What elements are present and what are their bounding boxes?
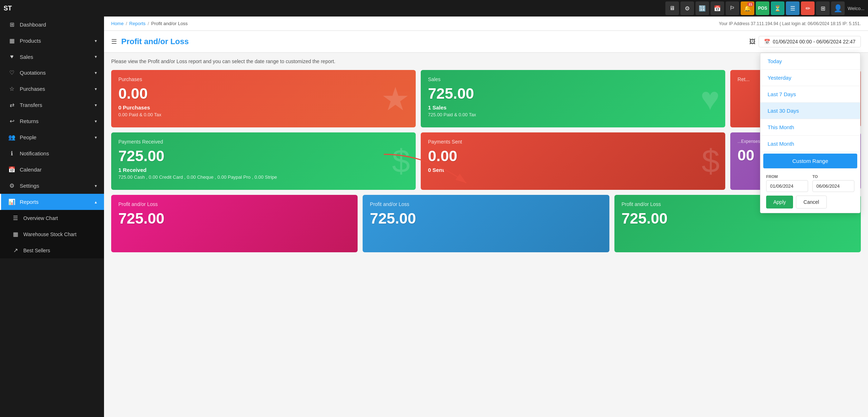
sidebar-item-label: Purchases bbox=[20, 86, 45, 92]
sidebar-item-people[interactable]: 👥 People ▾ bbox=[0, 129, 104, 145]
to-date-input[interactable] bbox=[812, 180, 854, 192]
welcome-text: Welco... bbox=[848, 6, 864, 11]
sidebar-item-purchases[interactable]: ☆ Purchases ▾ bbox=[0, 81, 104, 97]
breadcrumb-current: Profit and/or Loss bbox=[151, 21, 188, 26]
main-content: Home / Reports / Profit and/or Loss Your… bbox=[104, 17, 868, 417]
ip-info: Your IP Address 37.111.194.94 ( Last log… bbox=[719, 21, 861, 26]
today-option[interactable]: Today bbox=[760, 53, 860, 70]
pos-icon[interactable]: POS bbox=[756, 1, 769, 15]
sales-card-sub: 725.00 Paid & 0.00 Tax bbox=[428, 112, 718, 117]
chevron-up-icon: ▴ bbox=[95, 200, 97, 205]
breadcrumb-bar: Home / Reports / Profit and/or Loss Your… bbox=[104, 17, 868, 31]
breadcrumb-reports[interactable]: Reports bbox=[129, 21, 146, 26]
chevron-down-icon: ▾ bbox=[95, 135, 97, 140]
chevron-down-icon: ▾ bbox=[95, 54, 97, 59]
sidebar-item-label: Quotations bbox=[20, 70, 46, 76]
sidebar-item-quotations[interactable]: ♡ Quotations ▾ bbox=[0, 65, 104, 81]
sales-card-count: 1 Sales bbox=[428, 104, 718, 111]
sidebar-item-dashboard[interactable]: ⊞ Dashboard bbox=[0, 17, 104, 33]
grid-icon[interactable]: ⊞ bbox=[816, 1, 830, 15]
calculator-icon[interactable]: 🔢 bbox=[695, 1, 709, 15]
list-icon[interactable]: ☰ bbox=[786, 1, 799, 15]
payments-sent-count: 0 Sent bbox=[428, 167, 718, 173]
calendar-icon[interactable]: 📅 bbox=[711, 1, 724, 15]
edit-icon[interactable]: ✏ bbox=[801, 1, 815, 15]
profit-loss-2-card: Profit and/or Loss 725.00 bbox=[363, 195, 609, 252]
payments-received-sub: 725.00 Cash , 0.00 Credit Card , 0.00 Ch… bbox=[118, 174, 409, 180]
from-date-input[interactable] bbox=[766, 180, 808, 192]
hamburger-icon[interactable]: ☰ bbox=[111, 38, 117, 46]
to-label: TO bbox=[812, 174, 854, 179]
chevron-down-icon: ▾ bbox=[95, 38, 97, 43]
chevron-down-icon: ▾ bbox=[95, 103, 97, 108]
profit-loss-2-amount: 725.00 bbox=[370, 210, 602, 227]
cards-row-2: Payments Received 725.00 1 Received 725.… bbox=[111, 132, 861, 190]
profit-loss-1-label: Profit and/or Loss bbox=[118, 201, 350, 207]
sales-card-amount: 725.00 bbox=[428, 85, 718, 102]
sidebar-item-label: Calendar bbox=[20, 167, 42, 173]
yesterday-option[interactable]: Yesterday bbox=[760, 70, 860, 86]
last7days-option[interactable]: Last 7 Days bbox=[760, 86, 860, 103]
breadcrumb-sep1: / bbox=[126, 21, 127, 26]
sidebar-item-best-sellers[interactable]: ↗ Best Sellers bbox=[0, 242, 104, 258]
page-content: Please view the Profit and/or Loss repor… bbox=[104, 53, 868, 258]
sidebar-item-label: Warehouse Stock Chart bbox=[23, 231, 76, 237]
people-icon: 👥 bbox=[8, 134, 15, 141]
quotations-icon: ♡ bbox=[8, 69, 15, 76]
cancel-button[interactable]: Cancel bbox=[796, 196, 827, 208]
alert-icon[interactable]: 🔔21 bbox=[741, 1, 754, 15]
calendar-sidebar-icon: 📅 bbox=[8, 166, 15, 173]
sidebar-item-label: Returns bbox=[20, 118, 39, 124]
cards-row-1: Purchases 0.00 0 Purchases 0.00 Paid & 0… bbox=[111, 70, 861, 127]
customrange-option[interactable]: Custom Range bbox=[763, 154, 857, 169]
logo: ST bbox=[4, 5, 22, 12]
date-range-button[interactable]: 📅 01/06/2024 00:00 - 06/06/2024 22:47 To… bbox=[759, 36, 861, 47]
sidebar-subnav: ☰ Overview Chart ▦ Warehouse Stock Chart… bbox=[0, 210, 104, 258]
breadcrumb-sep2: / bbox=[148, 21, 149, 26]
sidebar-item-warehouse-stock[interactable]: ▦ Warehouse Stock Chart bbox=[0, 226, 104, 242]
lastmonth-option[interactable]: Last Month bbox=[760, 136, 860, 152]
flag-icon[interactable]: 🏳 bbox=[726, 1, 739, 15]
hourglass-icon[interactable]: ⏳ bbox=[771, 1, 784, 15]
sidebar-item-products[interactable]: ▦ Products ▾ bbox=[0, 33, 104, 49]
sidebar-item-returns[interactable]: ↩ Returns ▾ bbox=[0, 113, 104, 129]
export-icon[interactable]: 🖼 bbox=[749, 38, 756, 46]
last30days-option[interactable]: Last 30 Days bbox=[760, 103, 860, 119]
sidebar-item-notifications[interactable]: ℹ Notifications bbox=[0, 145, 104, 161]
purchases-card-sub: 0.00 Paid & 0.00 Tax bbox=[118, 112, 409, 117]
sidebar-item-calendar[interactable]: 📅 Calendar bbox=[0, 161, 104, 178]
purchases-card-amount: 0.00 bbox=[118, 85, 409, 102]
sidebar-item-label: Sales bbox=[20, 54, 33, 60]
settings-cog-icon[interactable]: ⚙ bbox=[680, 1, 694, 15]
sidebar-item-label: Products bbox=[20, 38, 41, 44]
chevron-down-icon: ▾ bbox=[95, 70, 97, 75]
sidebar-item-label: Best Sellers bbox=[23, 248, 50, 253]
user-avatar[interactable]: 👤 bbox=[831, 1, 845, 15]
apply-button[interactable]: Apply bbox=[766, 196, 793, 208]
breadcrumb: Home / Reports / Profit and/or Loss bbox=[111, 21, 188, 26]
notifications-icon: ℹ bbox=[8, 150, 15, 157]
sidebar-item-sales[interactable]: ♥ Sales ▾ bbox=[0, 49, 104, 65]
sidebar-item-transfers[interactable]: ⇄ Transfers ▾ bbox=[0, 97, 104, 113]
monitor-icon[interactable]: 🖥 bbox=[665, 1, 679, 15]
sales-bg-icon: ♥ bbox=[700, 80, 720, 117]
chevron-down-icon: ▾ bbox=[95, 119, 97, 124]
sidebar-item-overview-chart[interactable]: ☰ Overview Chart bbox=[0, 210, 104, 226]
breadcrumb-home[interactable]: Home bbox=[111, 21, 124, 26]
profit-loss-1-card: Profit and/or Loss 725.00 bbox=[111, 195, 358, 252]
purchases-card-count: 0 Purchases bbox=[118, 104, 409, 111]
sidebar-item-settings[interactable]: ⚙ Settings ▾ bbox=[0, 178, 104, 194]
transfers-icon: ⇄ bbox=[8, 102, 15, 108]
thismonth-option[interactable]: This Month bbox=[760, 119, 860, 136]
sidebar-item-label: Transfers bbox=[20, 102, 42, 108]
page-header: ☰ Profit and/or Loss 🖼 📅 01/06/2024 00:0… bbox=[104, 31, 868, 53]
calendar-date-icon: 📅 bbox=[764, 39, 770, 44]
sidebar-item-reports[interactable]: 📊 Reports ▴ bbox=[0, 194, 104, 210]
payments-sent-amount: 0.00 bbox=[428, 147, 718, 165]
profit-loss-1-amount: 725.00 bbox=[118, 210, 350, 227]
warehouse-icon: ▦ bbox=[12, 231, 19, 238]
sidebar-item-label: Reports bbox=[20, 199, 39, 205]
topbar: ST 🖥 ⚙ 🔢 📅 🏳 🔔21 POS ⏳ ☰ ✏ ⊞ 👤 Welco... bbox=[0, 0, 868, 17]
sidebar-item-label: Overview Chart bbox=[23, 215, 58, 221]
topbar-icons: 🖥 ⚙ 🔢 📅 🏳 🔔21 POS ⏳ ☰ ✏ ⊞ 👤 bbox=[665, 1, 845, 15]
